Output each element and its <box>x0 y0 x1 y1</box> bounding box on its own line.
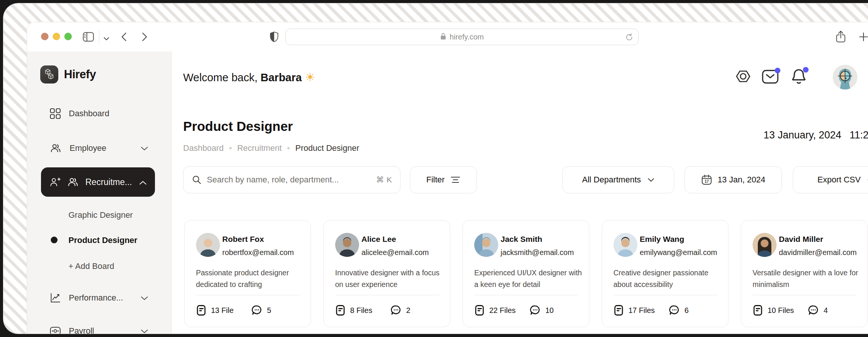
candidate-bio: Creative designer passionate about acces… <box>613 267 723 290</box>
notifications-icon[interactable] <box>791 68 807 87</box>
card-divider <box>196 295 300 295</box>
sidebar-toggle-icon[interactable] <box>83 32 94 43</box>
date-picker-button[interactable]: 17 13 Jan, 2024 <box>684 166 782 193</box>
chrome-divider <box>99 30 99 43</box>
forward-icon[interactable] <box>142 32 147 43</box>
chevron-down-icon <box>648 178 654 182</box>
back-icon[interactable] <box>121 32 127 43</box>
candidate-card[interactable]: Jack Smith jacksmith@email.com Experienc… <box>463 220 589 327</box>
files-stat[interactable]: 22 Files <box>474 305 516 316</box>
comments-count: 6 <box>684 306 689 315</box>
files-stat[interactable]: 17 Files <box>613 305 655 316</box>
sidebar: Hirefy Dashboard <box>27 52 172 334</box>
candidate-name: Emily Wang <box>640 235 684 244</box>
candidate-email: emilywang@email.com <box>640 248 717 257</box>
app-logo[interactable]: Hirefy <box>40 65 96 83</box>
breadcrumb-dashboard[interactable]: Dashboard <box>183 143 224 153</box>
users-icon <box>67 177 79 187</box>
calendar-icon: 17 <box>701 174 712 185</box>
filter-button[interactable]: Filter <box>410 166 477 193</box>
close-window-button[interactable] <box>41 33 49 40</box>
files-stat[interactable]: 10 Files <box>753 305 794 316</box>
search-input[interactable] <box>207 175 371 185</box>
sidebar-item-payroll[interactable]: Payroll <box>50 322 148 334</box>
files-count: 22 Files <box>489 306 516 315</box>
refresh-icon[interactable] <box>625 33 633 43</box>
candidate-name: Robert Fox <box>222 235 264 244</box>
breadcrumb-recruitment[interactable]: Recruitment <box>237 143 282 153</box>
files-count: 10 Files <box>768 306 794 315</box>
sidebar-item-label: Employee <box>70 143 106 153</box>
chat-icon <box>390 305 402 316</box>
candidate-bio: Versatile designer with a love for minim… <box>753 267 862 290</box>
browser-window: hirefy.com <box>27 22 868 334</box>
comments-stat[interactable]: 6 <box>669 305 689 316</box>
sidebar-item-performance[interactable]: Performance... <box>50 289 148 307</box>
chevron-down-icon <box>141 293 148 303</box>
sidebar-board-product-designer[interactable]: Product Designer <box>68 235 137 246</box>
sidebar-item-label: Performance... <box>69 293 123 303</box>
address-bar[interactable]: hirefy.com <box>285 29 639 45</box>
comments-stat[interactable]: 5 <box>251 305 271 316</box>
candidate-name: Jack Smith <box>501 235 542 244</box>
search-icon <box>192 175 202 185</box>
avatar <box>196 233 220 257</box>
sidebar-item-label: Payroll <box>69 326 94 334</box>
comments-stat[interactable]: 2 <box>390 305 410 316</box>
candidate-bio: Innovative designer with a focus on user… <box>335 267 445 290</box>
app-name: Hirefy <box>64 68 96 81</box>
candidate-card[interactable]: Alice Lee alicelee@email.com Innovative … <box>323 220 450 327</box>
candidate-email: jacksmith@email.com <box>501 248 574 257</box>
candidate-card[interactable]: David Miller davidmiller@email.com Versa… <box>741 220 868 327</box>
chevron-down-icon <box>141 143 148 153</box>
files-count: 17 Files <box>628 306 655 315</box>
traffic-lights <box>41 33 72 40</box>
files-stat[interactable]: 8 Files <box>335 305 372 316</box>
chat-icon <box>251 305 263 316</box>
comments-stat[interactable]: 10 <box>530 305 554 316</box>
breadcrumb: Dashboard Recruitment Product Designer <box>183 143 359 153</box>
current-time: 11:23 <box>850 129 868 141</box>
file-icon <box>753 305 763 316</box>
share-icon[interactable] <box>836 30 846 44</box>
active-board-dot <box>51 237 58 243</box>
chat-icon <box>669 305 680 316</box>
breadcrumb-dot <box>229 147 232 149</box>
privacy-shield-icon[interactable] <box>270 32 278 44</box>
sidebar-item-employee[interactable]: Employee <box>50 139 148 157</box>
files-stat[interactable]: 13 File <box>196 305 234 316</box>
sidebar-add-board-button[interactable]: + Add Board <box>68 261 114 272</box>
comments-stat[interactable]: 4 <box>808 305 828 316</box>
search-bar[interactable]: ⌘ K <box>183 166 401 193</box>
chevron-down-icon[interactable] <box>103 35 109 42</box>
minimize-window-button[interactable] <box>53 33 60 40</box>
zoom-window-button[interactable] <box>64 33 72 40</box>
sidebar-item-recruitment-active[interactable]: Recruitme... <box>41 167 155 197</box>
card-divider <box>474 295 578 295</box>
comments-count: 2 <box>406 306 410 315</box>
browser-chrome: hirefy.com <box>27 22 868 52</box>
sidebar-item-dashboard[interactable]: Dashboard <box>50 105 148 123</box>
departments-dropdown[interactable]: All Departments <box>562 166 674 193</box>
sidebar-item-label: Dashboard <box>69 109 109 118</box>
page-title: Product Designer <box>183 119 293 134</box>
sidebar-board-graphic-designer[interactable]: Graphic Designer <box>68 209 133 221</box>
file-icon <box>474 305 485 316</box>
files-count: 8 Files <box>350 306 372 315</box>
comments-count: 5 <box>267 306 271 315</box>
avatar <box>474 233 498 257</box>
candidate-email: alicelee@email.com <box>361 248 429 257</box>
new-tab-icon[interactable] <box>859 32 868 43</box>
url-text: hirefy.com <box>450 33 484 41</box>
user-name: Barbara <box>261 71 302 83</box>
user-avatar[interactable] <box>833 65 857 90</box>
candidate-card[interactable]: Robert Fox robertfox@email.com Passionat… <box>184 220 311 327</box>
settings-icon[interactable] <box>735 69 751 85</box>
candidate-card[interactable]: Emily Wang emilywang@email.com Creative … <box>602 220 728 327</box>
hatched-backdrop: hirefy.com <box>3 3 868 334</box>
grid-icon <box>50 108 61 119</box>
main-content: Welcome back, Barbara ☀ <box>172 52 868 334</box>
export-csv-button[interactable]: Export CSV <box>793 166 868 193</box>
messages-icon[interactable] <box>762 69 779 86</box>
chevron-up-icon <box>139 177 147 187</box>
